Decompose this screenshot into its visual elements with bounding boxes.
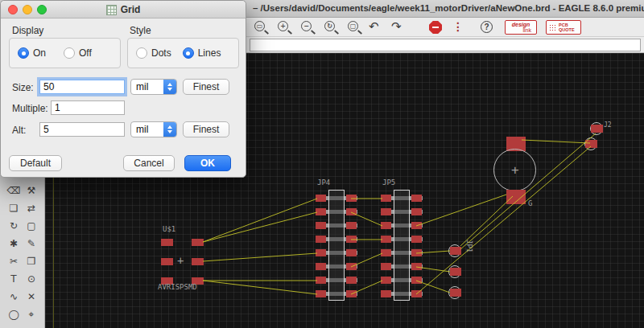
component-ref-jp4[interactable]: JP4 (317, 178, 330, 187)
stepper-icon[interactable] (163, 80, 176, 94)
chevron-up-icon (167, 83, 172, 86)
alt-unit-value: mil (131, 124, 163, 135)
zoom-select-icon[interactable]: ▢ (348, 21, 358, 31)
multiple-label: Multiple: (12, 103, 48, 114)
text-tool-icon[interactable]: T (5, 270, 23, 288)
size-input[interactable] (39, 80, 125, 94)
jp5-body[interactable] (394, 190, 410, 301)
component-ref-j2[interactable]: J2 (604, 121, 612, 129)
screen: – /Users/david/Documents/eagle/week11_mo… (0, 0, 644, 328)
stop-icon[interactable] (429, 21, 442, 34)
radio-style-lines[interactable]: Lines (183, 47, 221, 59)
mirror-tool-icon[interactable]: ⇄ (23, 199, 40, 217)
radio-lines-control[interactable] (183, 47, 194, 59)
rotate-tool-icon[interactable]: ↻ (5, 217, 23, 235)
radio-dots-control[interactable] (136, 47, 147, 59)
multiple-input[interactable] (51, 100, 125, 115)
ok-button[interactable]: OK (184, 155, 231, 171)
left-toolbar-grid: ⌫ ⚒ ❏ ⇄ ↻ ▢ ✱ ✎ ✂ ❐ T ⊙ ∿ ✕ ◯ ⌖ (0, 182, 45, 323)
zoom-redraw-icon[interactable]: ↻ (324, 21, 335, 31)
component-ref-u1[interactable]: U$1 (163, 225, 175, 233)
jp4-left-pads[interactable] (316, 195, 326, 300)
style-group-label: Style (130, 25, 151, 36)
design-link-button[interactable]: design link (505, 20, 537, 35)
radio-style-dots[interactable]: Dots (136, 47, 171, 59)
component-value-u1[interactable]: AVRISPSMD (158, 283, 197, 291)
jp4-body[interactable] (328, 190, 345, 301)
dialog-title: Grid (121, 4, 141, 15)
alt-finest-button[interactable]: Finest (183, 121, 229, 137)
j2-pad[interactable] (585, 140, 597, 148)
style-groupbox: Dots Lines (127, 38, 239, 68)
radio-display-off[interactable]: Off (64, 47, 92, 59)
stepper-icon[interactable] (163, 122, 176, 137)
dialog-title-wrap: Grid (1, 1, 246, 18)
radio-dots-label: Dots (151, 47, 171, 59)
overflow-menu-icon[interactable]: ⋮ (452, 20, 464, 33)
cut-tool-icon[interactable]: ✂ (5, 252, 23, 270)
chevron-down-icon (167, 130, 172, 133)
pcb-quote-button[interactable]: PCB QUOTE (546, 20, 581, 35)
size-finest-button[interactable]: Finest (183, 79, 229, 95)
delete-tool-icon[interactable]: ⌫ (5, 182, 23, 199)
change-tool-icon[interactable]: ✱ (5, 235, 23, 252)
jp5-right-pads[interactable] (411, 195, 422, 300)
jp1-pad[interactable] (450, 268, 461, 276)
paste-tool-icon[interactable]: ❐ (23, 252, 40, 270)
ripup-tool-icon[interactable]: ✕ (23, 288, 40, 305)
jp4-right-pads[interactable] (346, 195, 357, 300)
route-tool-icon[interactable]: ∿ (5, 288, 23, 305)
g-bottom-pad[interactable] (506, 190, 526, 204)
jp1-pad[interactable] (450, 289, 461, 297)
size-unit-value: mil (131, 81, 163, 92)
zoom-out-icon[interactable]: − (301, 21, 312, 31)
copy-tool-icon[interactable]: ❏ (5, 199, 23, 217)
u1-left-pads[interactable] (161, 239, 173, 285)
size-label: Size: (12, 82, 34, 93)
size-unit-select[interactable]: mil (130, 79, 177, 95)
hole-tool-icon[interactable]: ⌖ (23, 305, 40, 323)
redo-icon[interactable]: ↷ (391, 19, 402, 34)
display-groupbox: On Off (9, 38, 121, 68)
component-ref-g[interactable]: G (528, 199, 532, 207)
design-link-line2: link (522, 27, 531, 33)
ratsnest-tool-icon[interactable]: ⊙ (23, 270, 40, 288)
window-title: – /Users/david/Documents/eagle/week11_mo… (253, 3, 644, 13)
radio-lines-label: Lines (198, 47, 221, 59)
jp1-pad[interactable] (450, 247, 461, 255)
display-group-label: Display (12, 25, 43, 36)
help-icon[interactable]: ? (481, 21, 493, 33)
alt-label: Alt: (12, 125, 26, 136)
alt-input[interactable] (39, 122, 125, 137)
chevron-down-icon (167, 88, 172, 91)
g-origin-cross: + (511, 165, 519, 176)
pcb-quote-icon (549, 24, 556, 31)
group-tool-icon[interactable]: ▢ (23, 217, 40, 235)
default-button[interactable]: Default (9, 155, 62, 171)
stop-bar (432, 27, 439, 28)
command-input[interactable] (250, 39, 641, 51)
radio-off-control[interactable] (64, 47, 75, 59)
radio-off-label: Off (79, 47, 92, 59)
undo-icon[interactable]: ↶ (369, 19, 379, 34)
name-tool-icon[interactable]: ✎ (23, 235, 40, 252)
alt-unit-select[interactable]: mil (130, 121, 177, 137)
cancel-button[interactable]: Cancel (123, 155, 175, 171)
dialog-titlebar[interactable]: Grid (1, 1, 246, 18)
u1-origin-cross: + (177, 255, 184, 266)
component-ref-jp1[interactable]: JP1 (465, 240, 473, 252)
radio-on-control[interactable] (18, 47, 29, 59)
radio-dot (186, 51, 190, 55)
wrench-tool-icon[interactable]: ⚒ (23, 182, 40, 199)
component-ref-jp5[interactable]: JP5 (382, 178, 395, 187)
grid-dialog: Grid Display On Off Style Dots Lines (0, 0, 246, 178)
design-link-line1: design (512, 22, 530, 27)
zoom-fit-icon[interactable]: ▭ (254, 21, 265, 31)
circle-tool-icon[interactable]: ◯ (5, 305, 23, 323)
zoom-in-icon[interactable]: + (278, 21, 288, 31)
jp5-left-pads[interactable] (381, 195, 391, 300)
j2-pad[interactable] (591, 125, 603, 133)
radio-display-on[interactable]: On (18, 47, 46, 59)
grid-dialog-icon (106, 5, 117, 15)
u1-right-pads[interactable] (192, 239, 204, 285)
